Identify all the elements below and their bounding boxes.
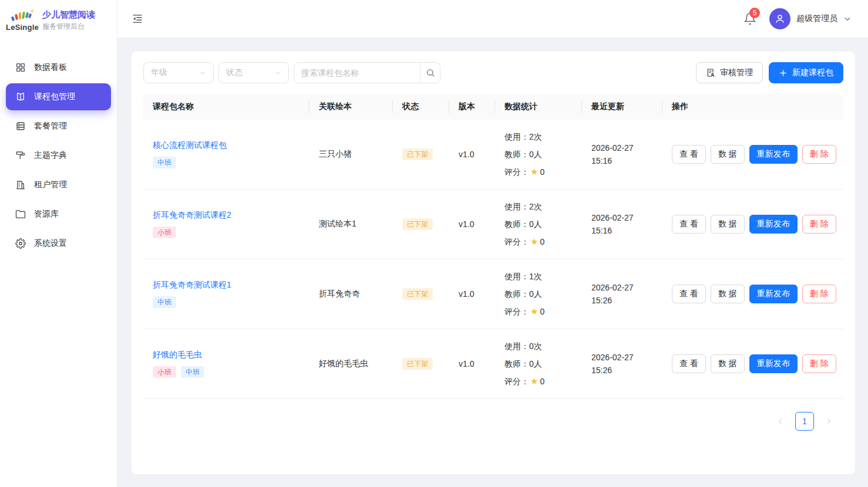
updated-cell: 2026-02-2715:26 [582, 259, 662, 329]
database-icon [15, 121, 26, 131]
user-name: 超级管理员 [796, 13, 837, 24]
logo-bars-icon [9, 9, 35, 22]
grade-select-placeholder: 年级 [151, 67, 167, 78]
grade-select[interactable]: 年级 [143, 62, 214, 83]
package-name-link[interactable]: 核心流程测试课程包 [153, 140, 227, 151]
next-page-button[interactable] [825, 417, 833, 425]
grade-tag: 小班 [153, 366, 176, 378]
republish-button[interactable]: 重新发布 [749, 215, 798, 234]
sidebar-item-label: 资源库 [34, 209, 59, 219]
delete-button[interactable]: 删 除 [802, 285, 836, 303]
star-icon: ★ [530, 306, 538, 316]
course-package-table: 课程包名称 关联绘本 状态 版本 数据统计 最近更新 操作 核心流程测试课程包 [143, 94, 843, 399]
chevron-down-icon [199, 69, 206, 76]
grade-tag: 中班 [181, 366, 204, 378]
sidebar-item-label: 主题字典 [34, 150, 67, 161]
package-name-link[interactable]: 折耳兔奇奇测试课程1 [153, 280, 231, 290]
table-row: 折耳兔奇奇测试课程1 中班 折耳兔奇奇 已下架 v1.0 使用：1次 教师：0人… [143, 259, 843, 329]
notification-badge: 5 [749, 8, 760, 18]
sidebar-item-tenants[interactable]: 租户管理 [6, 171, 111, 198]
user-icon [775, 13, 785, 24]
search-box [294, 62, 440, 83]
open-book-icon [15, 92, 26, 102]
table-row: 折耳兔奇奇测试课程2 小班 测试绘本1 已下架 v1.0 使用：2次 教师：0人… [143, 190, 843, 259]
version-cell: v1.0 [449, 259, 495, 329]
brand-logo: LeSingle 少儿智慧阅读 服务管理后台 [0, 0, 117, 41]
column-header-updated: 最近更新 [582, 94, 662, 120]
book-cell: 折耳兔奇奇 [309, 259, 393, 329]
star-icon: ★ [530, 236, 538, 246]
search-button[interactable] [420, 63, 440, 83]
delete-button[interactable]: 删 除 [802, 215, 836, 234]
sidebar-menu: 数据看板 课程包管理 套餐管理 主题字典 租户管理 [0, 41, 117, 259]
filter-toolbar: 年级 状态 [143, 62, 843, 83]
delete-button[interactable]: 删 除 [802, 145, 836, 164]
paint-roller-icon [15, 150, 26, 161]
column-header-book: 关联绘本 [309, 94, 393, 120]
sidebar-item-label: 套餐管理 [34, 121, 67, 131]
menu-fold-icon[interactable] [132, 13, 143, 25]
republish-button[interactable]: 重新发布 [749, 145, 798, 164]
audit-icon [706, 68, 715, 77]
table-row: 核心流程测试课程包 中班 三只小猪 已下架 v1.0 使用：2次 教师：0人 评… [143, 120, 843, 190]
column-header-actions: 操作 [662, 94, 843, 120]
sidebar-item-plans[interactable]: 套餐管理 [6, 113, 111, 140]
column-header-name: 课程包名称 [143, 94, 309, 120]
view-button[interactable]: 查 看 [672, 215, 706, 234]
sidebar-item-dashboard[interactable]: 数据看板 [6, 54, 111, 81]
status-select-placeholder: 状态 [226, 67, 243, 78]
search-icon [426, 68, 435, 77]
sidebar: LeSingle 少儿智慧阅读 服务管理后台 数据看板 课程包管理 套餐管理 [0, 0, 117, 487]
delete-button[interactable]: 删 除 [802, 354, 836, 373]
stats-cell: 使用：0次 教师：0人 评分：★0 [495, 329, 582, 399]
course-package-card: 年级 状态 [132, 52, 855, 474]
create-package-button[interactable]: 新建课程包 [769, 62, 843, 83]
logo-wordmark: LeSingle [6, 23, 39, 32]
audit-manage-button[interactable]: 审核管理 [696, 62, 763, 83]
column-header-stats: 数据统计 [495, 94, 582, 120]
data-button[interactable]: 数 据 [711, 215, 745, 234]
chevron-down-icon [843, 15, 852, 23]
package-name-link[interactable]: 好饿的毛毛虫 [153, 350, 202, 360]
grade-tag: 中班 [153, 157, 176, 168]
republish-button[interactable]: 重新发布 [749, 354, 798, 373]
view-button[interactable]: 查 看 [672, 145, 706, 164]
avatar [769, 8, 790, 29]
dashboard-icon [15, 62, 26, 73]
sidebar-item-course-packages[interactable]: 课程包管理 [6, 83, 111, 110]
notification-bell[interactable]: 5 [743, 12, 756, 25]
data-button[interactable]: 数 据 [711, 354, 745, 373]
version-cell: v1.0 [449, 329, 495, 399]
sidebar-item-resources[interactable]: 资源库 [6, 201, 111, 228]
table-header-row: 课程包名称 关联绘本 状态 版本 数据统计 最近更新 操作 [143, 94, 843, 120]
sidebar-item-label: 数据看板 [34, 62, 67, 73]
status-badge: 已下架 [402, 288, 433, 300]
audit-manage-label: 审核管理 [720, 67, 753, 78]
data-button[interactable]: 数 据 [711, 145, 745, 164]
view-button[interactable]: 查 看 [672, 354, 706, 373]
status-badge: 已下架 [402, 358, 433, 370]
gear-icon [15, 238, 26, 249]
view-button[interactable]: 查 看 [672, 285, 706, 303]
create-package-label: 新建课程包 [792, 67, 833, 78]
sidebar-item-settings[interactable]: 系统设置 [6, 230, 111, 257]
page-number-button[interactable]: 1 [795, 412, 814, 431]
prev-page-button[interactable] [776, 417, 785, 425]
republish-button[interactable]: 重新发布 [749, 285, 798, 303]
user-menu[interactable]: 超级管理员 [769, 8, 852, 29]
sidebar-item-theme-dictionary[interactable]: 主题字典 [6, 142, 111, 169]
chevron-down-icon [274, 69, 281, 76]
version-cell: v1.0 [449, 190, 495, 259]
app-subtitle: 服务管理后台 [42, 22, 95, 32]
lesingle-logo-icon: LeSingle [8, 9, 36, 32]
data-button[interactable]: 数 据 [711, 285, 745, 303]
sidebar-item-label: 租户管理 [34, 180, 67, 190]
stats-cell: 使用：2次 教师：0人 评分：★0 [495, 120, 582, 190]
package-name-link[interactable]: 折耳兔奇奇测试课程2 [153, 210, 231, 221]
app-title: 少儿智慧阅读 [42, 9, 95, 21]
status-select[interactable]: 状态 [218, 62, 289, 83]
book-cell: 好饿的毛毛虫 [309, 329, 393, 399]
search-input[interactable] [294, 63, 420, 83]
version-cell: v1.0 [449, 120, 495, 190]
updated-cell: 2026-02-2715:26 [582, 329, 662, 399]
